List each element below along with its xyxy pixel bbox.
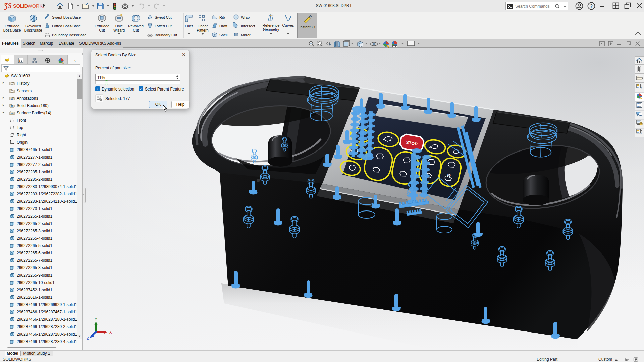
svg-text:cd: cd xyxy=(235,16,237,18)
svg-text:?: ? xyxy=(590,3,593,9)
svg-text:WORKS: WORKS xyxy=(28,3,44,9)
svg-text:SOLID: SOLID xyxy=(13,3,28,9)
svg-text:Y: Y xyxy=(95,317,97,321)
svg-text:Z: Z xyxy=(87,336,89,340)
svg-text:ƷS: ƷS xyxy=(4,2,12,10)
svg-text:A: A xyxy=(11,97,13,100)
svg-text:X: X xyxy=(109,330,112,334)
